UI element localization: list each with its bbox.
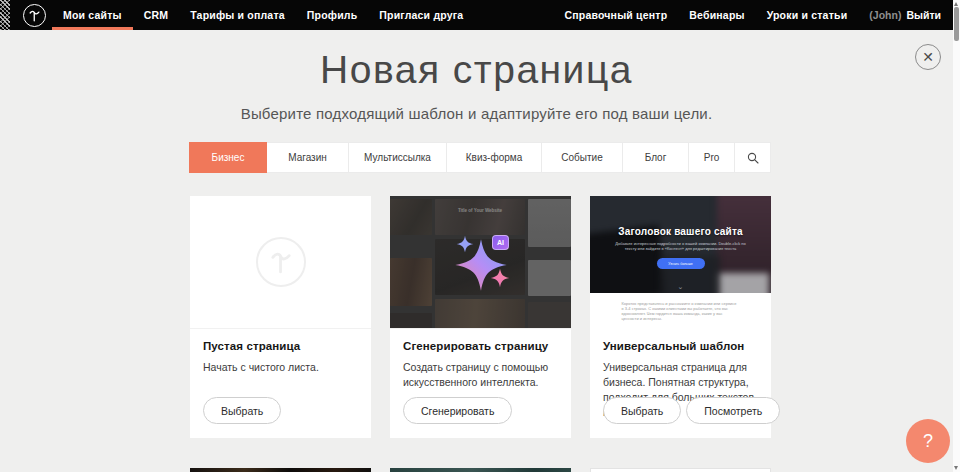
- template-heading: Заголовок вашего сайта: [618, 226, 743, 237]
- card-actions: Сгенерировать: [403, 397, 512, 424]
- primary-nav: Мои сайты CRM Тарифы и оплата Профиль Пр…: [52, 0, 474, 30]
- view-universal-button[interactable]: Посмотреть: [686, 397, 780, 424]
- page-subtitle: Выберите подходящий шаблон и адаптируйте…: [0, 105, 953, 122]
- card-partial[interactable]: [590, 468, 771, 472]
- scroll-up-arrow[interactable]: [954, 2, 958, 6]
- generate-button[interactable]: Сгенерировать: [403, 397, 512, 424]
- tab-store[interactable]: Магазин: [267, 142, 349, 173]
- new-page-dialog: Мои сайты CRM Тарифы и оплата Профиль Пр…: [0, 0, 960, 472]
- card-body: Пустая страница Начать с чистого листа.: [190, 329, 371, 375]
- card-actions: Выбрать Посмотреть: [603, 397, 780, 424]
- card-title: Пустая страница: [203, 340, 358, 352]
- template-category-tabs: Бизнес Магазин Мультиссылка Квиз-форма С…: [189, 142, 771, 173]
- nav-webinars[interactable]: Вебинары: [678, 0, 755, 30]
- scrollbar-thumb[interactable]: [954, 7, 959, 41]
- tilda-logo[interactable]: [23, 4, 46, 27]
- tab-search[interactable]: [735, 142, 771, 173]
- nav-profile[interactable]: Профиль: [296, 0, 369, 30]
- template-cards-row: Пустая страница Начать с чистого листа. …: [190, 196, 771, 438]
- top-navigation-bar: Мои сайты CRM Тарифы и оплата Профиль Пр…: [0, 0, 953, 30]
- template-hero: Заголовок вашего сайта Добавьте интересн…: [590, 196, 771, 293]
- card-title: Универсальный шаблон: [603, 340, 758, 352]
- blank-page-preview: [190, 196, 371, 329]
- card-partial[interactable]: [390, 468, 571, 472]
- ai-preview: Title of Your Website: [390, 196, 571, 329]
- page-title: Новая страница: [0, 48, 953, 92]
- secondary-nav: Справочный центр Вебинары Уроки и статьи…: [553, 0, 953, 30]
- nav-my-sites[interactable]: Мои сайты: [52, 0, 133, 30]
- template-text-section: Коротко представьтесь и расскажите о ком…: [590, 293, 771, 328]
- logout-link[interactable]: Выйти: [904, 0, 943, 31]
- scrollbar[interactable]: [953, 0, 960, 472]
- choose-universal-button[interactable]: Выбрать: [603, 397, 681, 424]
- card-universal-template[interactable]: Заголовок вашего сайта Добавьте интересн…: [590, 196, 771, 438]
- card-partial[interactable]: [190, 468, 371, 472]
- nav-help-center[interactable]: Справочный центр: [553, 0, 678, 30]
- nav-crm[interactable]: CRM: [133, 0, 180, 30]
- tilda-logo-icon: [27, 8, 42, 23]
- template-subtext: Добавьте интересные подробности о вашей …: [611, 241, 751, 251]
- card-description: Начать с чистого листа.: [203, 360, 358, 375]
- ai-badge: AI: [492, 235, 509, 250]
- tab-event[interactable]: Событие: [542, 142, 623, 173]
- nav-tariffs[interactable]: Тарифы и оплата: [179, 0, 296, 30]
- tab-pro[interactable]: Pro: [689, 142, 735, 173]
- template-cta-button: Узнать больше: [657, 258, 705, 269]
- card-blank-page[interactable]: Пустая страница Начать с чистого листа. …: [190, 196, 371, 438]
- tab-business[interactable]: Бизнес: [189, 142, 267, 173]
- template-body-text: Коротко представьтесь и расскажите о ком…: [622, 301, 740, 321]
- nav-lessons[interactable]: Уроки и статьи: [756, 0, 859, 30]
- tab-quiz-form[interactable]: Квиз-форма: [447, 142, 542, 173]
- choose-blank-button[interactable]: Выбрать: [203, 397, 281, 424]
- tilda-watermark-icon: [256, 237, 306, 287]
- card-body: Сгенерировать страницу Создать страницу …: [390, 329, 571, 390]
- scroll-down-arrow[interactable]: [954, 466, 958, 470]
- card-title: Сгенерировать страницу: [403, 340, 558, 352]
- card-actions: Выбрать: [203, 397, 281, 424]
- search-icon: [747, 152, 759, 164]
- tab-multilink[interactable]: Мультиссылка: [349, 142, 447, 173]
- nav-invite-friend[interactable]: Пригласи друга: [368, 0, 474, 30]
- card-ai-generate[interactable]: Title of Your Website: [390, 196, 571, 438]
- user-name: (John): [858, 0, 904, 31]
- template-cards-row-2: [190, 468, 771, 472]
- edge-texture: [0, 0, 10, 30]
- help-button[interactable]: ?: [906, 419, 950, 463]
- sparkle-small-pink-icon: [489, 267, 511, 289]
- universal-preview: Заголовок вашего сайта Добавьте интересн…: [590, 196, 771, 329]
- tab-blog[interactable]: Блог: [623, 142, 689, 173]
- card-description: Создать страницу с помощью искусственног…: [403, 360, 558, 390]
